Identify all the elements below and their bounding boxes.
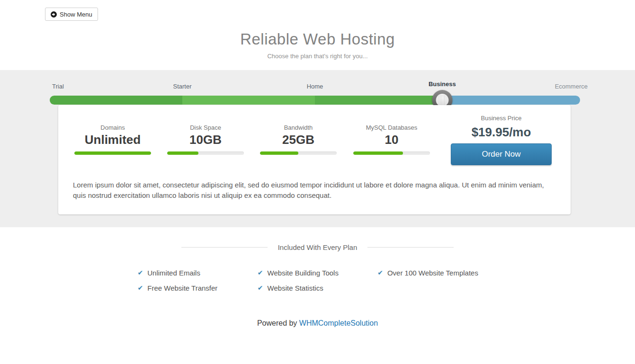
feature-label: Website Statistics [268, 284, 323, 292]
footer: Powered by WHMCompleteSolution [0, 319, 635, 328]
check-icon: ✔ [138, 284, 143, 292]
page-subtitle: Choose the plan that's right for you... [0, 53, 635, 60]
slider-segment-trial [50, 96, 182, 105]
check-icon: ✔ [258, 284, 263, 292]
feature-label: Website Building Tools [268, 269, 339, 277]
stat-mysql-databases: MySQL Databases 10 [353, 124, 430, 155]
circle-arrow-right-icon [51, 11, 57, 18]
slider-segment-starter [182, 96, 315, 105]
stat-label: Disk Space [167, 124, 244, 132]
plan-selector-band: Trial Starter Home Business Ecommerce Do… [0, 70, 635, 227]
page-title: Reliable Web Hosting [0, 30, 635, 48]
divider-line-left [181, 247, 268, 248]
stat-domains: Domains Unlimited [74, 124, 151, 155]
whmcs-link[interactable]: WHMCompleteSolution [299, 319, 378, 327]
show-menu-button[interactable]: Show Menu [45, 8, 98, 21]
included-title: Included With Every Plan [278, 243, 358, 251]
feature-label: Over 100 Website Templates [387, 269, 478, 277]
divider-line-right [367, 247, 454, 248]
order-now-button[interactable]: Order Now [451, 143, 552, 165]
slider-label-business: Business [429, 80, 456, 88]
slider-label-trial: Trial [52, 83, 64, 90]
stat-progress-fill [167, 151, 198, 155]
slider-handle-grip [436, 94, 448, 107]
page: Show Menu Reliable Web Hosting Choose th… [0, 0, 635, 364]
feature-item: ✔ Free Website Transfer [138, 280, 258, 295]
stat-value: Unlimited [74, 133, 151, 147]
slider-label-home: Home [307, 83, 323, 90]
stat-value: 10GB [167, 133, 244, 147]
stat-progress-track [167, 151, 244, 155]
price-amount: $19.95/mo [451, 125, 552, 139]
included-section: Included With Every Plan [0, 243, 635, 251]
stat-label: Domains [74, 124, 151, 132]
stat-label: MySQL Databases [353, 124, 430, 132]
feature-item: ✔ Unlimited Emails [138, 265, 258, 280]
check-icon: ✔ [258, 269, 263, 276]
stat-value: 10 [353, 133, 430, 147]
slider-segment-home [315, 96, 442, 105]
slider-label-ecommerce: Ecommerce [555, 83, 588, 90]
plan-description: Lorem ipsum dolor sit amet, consectetur … [73, 180, 556, 201]
stat-progress-track [74, 151, 151, 155]
feature-list: ✔ Unlimited Emails ✔ Website Building To… [138, 265, 498, 295]
stat-label: Bandwidth [260, 124, 337, 132]
plan-card: Domains Unlimited Disk Space 10GB Bandwi… [58, 105, 571, 214]
stat-progress-fill [353, 151, 403, 155]
stat-value: 25GB [260, 133, 337, 147]
feature-item: ✔ Website Statistics [258, 280, 377, 295]
stat-progress-fill [74, 151, 151, 155]
feature-item: ✔ Website Building Tools [258, 265, 377, 280]
feature-item: ✔ Over 100 Website Templates [377, 265, 497, 280]
check-icon: ✔ [138, 269, 143, 276]
stat-progress-track [260, 151, 337, 155]
show-menu-label: Show Menu [60, 11, 92, 18]
feature-label: Free Website Transfer [147, 284, 217, 292]
slider-label-starter: Starter [173, 83, 191, 90]
price-label: Business Price [451, 115, 552, 122]
price-column: Business Price $19.95/mo Order Now [451, 115, 552, 165]
feature-label: Unlimited Emails [147, 269, 200, 277]
stat-disk-space: Disk Space 10GB [167, 124, 244, 155]
stat-bandwidth: Bandwidth 25GB [260, 124, 337, 155]
hero: Reliable Web Hosting Choose the plan tha… [0, 30, 635, 60]
stat-progress-fill [260, 151, 298, 155]
check-icon: ✔ [377, 269, 383, 276]
slider-segment-ecommerce [442, 96, 580, 105]
stat-progress-track [353, 151, 430, 155]
slider-track[interactable] [50, 96, 580, 105]
powered-by-text: Powered by [257, 319, 297, 327]
